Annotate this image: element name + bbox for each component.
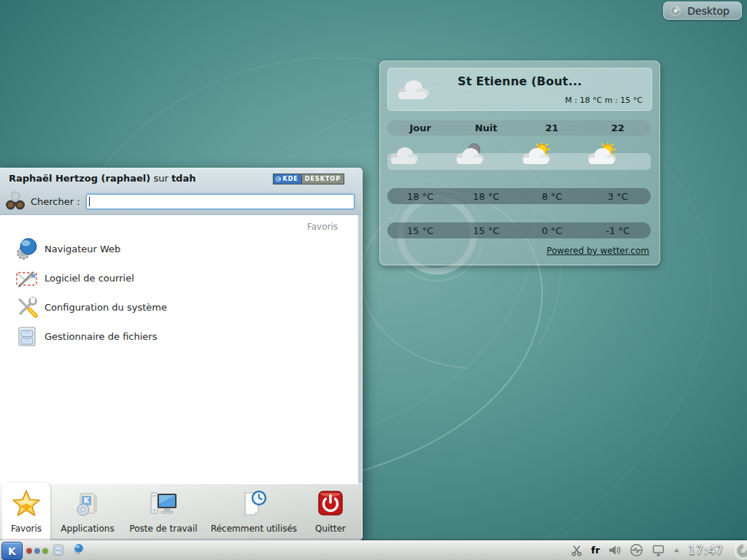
weather-col-label: Jour <box>387 122 453 133</box>
desktop-badge-segment: DESKTOP <box>301 174 344 184</box>
kickoff-search-row: Chercher : <box>4 189 355 214</box>
menu-item-file-manager[interactable]: Gestionnaire de fichiers <box>0 322 358 351</box>
kickoff-menu-button[interactable]: K <box>1 542 23 560</box>
tab-applications[interactable]: K Applications <box>53 484 123 540</box>
cloudy-icon <box>387 143 419 166</box>
tab-label: Quitter <box>304 524 357 534</box>
menu-item-label: Gestionnaire de fichiers <box>44 331 157 342</box>
plasma-cashew-icon <box>670 5 681 17</box>
web-browser-launcher-icon[interactable] <box>72 543 85 556</box>
kde-badge-segment: KDE <box>274 174 301 184</box>
night-temp: 0 °C <box>519 225 585 236</box>
tab-poste-de-travail[interactable]: Poste de travail <box>124 484 203 540</box>
desktop-toolbox-button[interactable]: Desktop <box>663 1 742 20</box>
tab-quitter[interactable]: Quitter <box>304 484 357 540</box>
favorites-section-label: Favoris <box>307 222 338 232</box>
tab-label: Récemment utilisés <box>206 524 301 534</box>
system-tray: fr 17:47 <box>570 540 724 560</box>
day-temp: 3 °C <box>585 191 651 202</box>
weather-col-label: Nuit <box>453 122 519 133</box>
search-binoculars-icon <box>4 191 26 211</box>
weather-location-title: St Etienne (Bout... <box>388 74 651 88</box>
file-manager-icon <box>15 324 39 348</box>
kickoff-favorites-list: Favoris Navigateur Web Logiciel de courr… <box>0 215 358 483</box>
text-caret <box>89 197 90 206</box>
volume-icon[interactable] <box>608 544 622 556</box>
computer-icon <box>148 489 179 518</box>
menu-item-web-browser[interactable]: Navigateur Web <box>0 234 358 263</box>
night-temp: -1 °C <box>585 225 651 236</box>
weather-header: St Etienne (Bout... M : 18 °C m : 15 °C <box>387 68 652 111</box>
tab-label: Poste de travail <box>124 524 203 534</box>
weather-night-temps-row: 15 °C 15 °C 0 °C -1 °C <box>387 222 651 238</box>
applications-box-icon: K <box>73 489 102 518</box>
panel-clock[interactable]: 17:47 <box>688 543 724 557</box>
desktop-toolbox-label: Desktop <box>687 5 729 17</box>
web-browser-icon <box>15 237 39 260</box>
weather-column-headers: Jour Nuit 21 22 <box>387 120 651 136</box>
menu-item-label: Configuration du système <box>44 302 167 313</box>
expand-arrow-icon[interactable] <box>673 548 680 553</box>
kde-desktop-badge: KDE DESKTOP <box>273 174 345 184</box>
kickoff-launcher-menu: Raphaël Hertzog (raphael) sur tdah KDE D… <box>0 168 363 540</box>
tab-label: Favoris <box>2 524 50 534</box>
menu-item-label: Navigateur Web <box>44 244 120 254</box>
search-label: Chercher : <box>31 196 80 207</box>
cloudy-night-icon <box>453 143 485 166</box>
search-input-wrap <box>86 194 355 209</box>
tab-recemment-utilises[interactable]: Récemment utilisés <box>206 484 301 540</box>
host-name: tdah <box>171 173 196 184</box>
kickoff-user-title: Raphaël Hertzog (raphael) sur tdah <box>9 173 196 184</box>
day-temp: 18 °C <box>453 191 519 202</box>
sun-cloud-icon <box>519 143 551 166</box>
power-icon <box>317 489 344 517</box>
star-icon <box>11 488 42 518</box>
menu-item-mail-client[interactable]: Logiciel de courriel <box>0 263 358 292</box>
kickoff-header: Raphaël Hertzog (raphael) sur tdah KDE D… <box>0 168 362 215</box>
mail-client-icon <box>15 266 39 289</box>
recent-documents-icon <box>239 489 268 518</box>
sun-cloud-icon <box>585 143 617 166</box>
day-temp: 18 °C <box>387 191 453 202</box>
keyboard-layout-indicator[interactable]: fr <box>591 545 600 556</box>
day-temp: 8 °C <box>519 191 585 202</box>
pager-dot-green-icon[interactable] <box>42 548 48 553</box>
menu-item-system-settings[interactable]: Configuration du système <box>0 292 358 322</box>
weather-col-label: 22 <box>585 122 651 133</box>
panel-cashew-icon[interactable] <box>733 541 747 560</box>
search-input[interactable] <box>86 194 355 209</box>
weather-col-label: 21 <box>519 122 585 133</box>
usb-device-icon[interactable] <box>630 543 643 557</box>
menu-item-label: Logiciel de courriel <box>44 273 134 284</box>
kde-gear-icon <box>275 176 282 182</box>
user-connector: sur <box>153 173 168 184</box>
bottom-panel: K fr <box>0 540 747 560</box>
clipper-scissors-icon[interactable] <box>570 544 583 556</box>
user-name: Raphaël Hertzog (raphael) <box>9 173 150 184</box>
kickoff-tab-strip: Favoris K Applications <box>0 483 362 540</box>
pager-dot-blue-icon[interactable] <box>34 548 40 553</box>
tab-label: Applications <box>53 524 123 534</box>
weather-widget: St Etienne (Bout... M : 18 °C m : 15 °C … <box>379 61 660 265</box>
weather-temp-summary: M : 18 °C m : 15 °C <box>565 96 643 105</box>
night-temp: 15 °C <box>453 225 519 236</box>
pager-dot-red-icon[interactable] <box>26 548 32 553</box>
kde-logo-icon: K <box>8 545 16 557</box>
file-manager-launcher-icon[interactable] <box>52 543 65 556</box>
network-monitor-icon[interactable] <box>651 544 665 557</box>
night-temp: 15 °C <box>387 225 453 236</box>
tab-favoris[interactable]: Favoris <box>2 483 50 540</box>
system-settings-icon <box>15 295 39 319</box>
svg-text:K: K <box>84 497 90 505</box>
weather-credit-link[interactable]: Powered by wetter.com <box>546 246 649 256</box>
weather-day-temps-row: 18 °C 18 °C 8 °C 3 °C <box>387 188 651 204</box>
weather-condition-icons <box>387 139 651 170</box>
